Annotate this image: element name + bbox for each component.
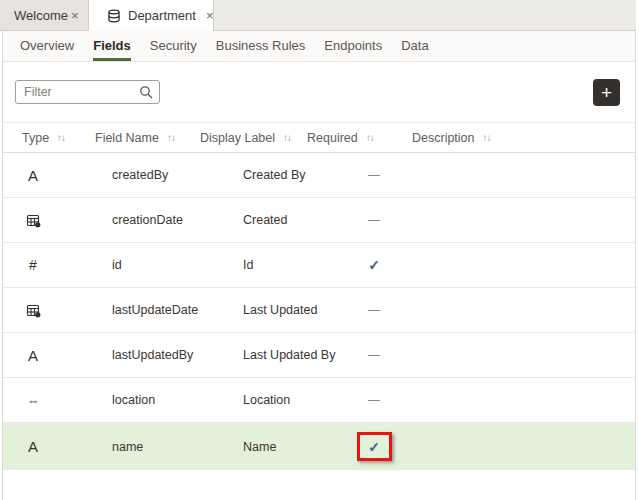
field-name-cell: name: [112, 423, 143, 470]
table-row-creationDate[interactable]: creationDate Created —: [3, 198, 635, 243]
number-field-type-icon: #: [29, 257, 37, 273]
display-label-cell: Created By: [243, 153, 306, 197]
window-tab-bar: Welcome × Department ×: [0, 0, 636, 31]
table-row-createdBy[interactable]: A createdBy Created By —: [3, 153, 635, 198]
database-icon: [107, 9, 121, 23]
not-required-dash: —: [368, 213, 380, 227]
tab-endpoints[interactable]: Endpoints: [324, 31, 382, 61]
tab-welcome-label: Welcome: [14, 8, 68, 23]
tab-data[interactable]: Data: [401, 31, 428, 61]
display-label-cell: Last Updated: [243, 288, 317, 332]
add-field-button[interactable]: +: [593, 79, 620, 106]
subtab-bar: Overview Fields Security Business Rules …: [3, 31, 635, 62]
display-label-cell: Name: [243, 423, 276, 470]
red-annotation-box: ✓: [357, 432, 392, 461]
app-window: Welcome × Department × Overview Fields S…: [0, 0, 639, 500]
field-name-cell: lastUpdateDate: [112, 288, 198, 332]
sort-icon[interactable]: ↑↓: [366, 132, 374, 143]
tab-department[interactable]: Department ×: [88, 0, 214, 31]
table-body: A createdBy Created By — creationDate Cr…: [3, 153, 635, 470]
column-header-required[interactable]: Required ↑↓: [307, 123, 374, 152]
sort-icon[interactable]: ↑↓: [57, 132, 65, 143]
display-label-cell: Location: [243, 378, 290, 422]
text-field-type-icon: A: [28, 347, 38, 364]
required-check-icon: ✓: [368, 439, 380, 455]
field-name-cell: id: [112, 243, 122, 287]
column-header-display-label[interactable]: Display Label ↑↓: [200, 123, 291, 152]
reference-field-type-icon: ⇔: [27, 393, 40, 408]
table-row-name-highlighted[interactable]: A name Name ✓: [3, 423, 635, 470]
column-header-field-name[interactable]: Field Name ↑↓: [95, 123, 175, 152]
tab-welcome[interactable]: Welcome ×: [0, 0, 88, 31]
tab-overview[interactable]: Overview: [20, 31, 74, 61]
tab-security[interactable]: Security: [150, 31, 197, 61]
sort-icon[interactable]: ↑↓: [483, 132, 491, 143]
not-required-dash: —: [368, 303, 380, 317]
display-label-cell: Id: [243, 243, 253, 287]
column-header-description[interactable]: Description ↑↓: [412, 123, 491, 152]
field-name-cell: lastUpdatedBy: [112, 333, 193, 377]
required-check-icon: ✓: [368, 257, 380, 273]
text-field-type-icon: A: [28, 438, 38, 455]
search-icon[interactable]: [139, 85, 153, 99]
tab-department-label: Department: [128, 8, 196, 23]
tab-fields[interactable]: Fields: [93, 31, 131, 61]
sort-icon[interactable]: ↑↓: [167, 132, 175, 143]
text-field-type-icon: A: [28, 167, 38, 184]
close-icon[interactable]: ×: [68, 7, 82, 24]
display-label-cell: Created: [243, 198, 287, 242]
table-row-lastUpdateDate[interactable]: lastUpdateDate Last Updated —: [3, 288, 635, 333]
field-name-cell: creationDate: [112, 198, 183, 242]
display-label-cell: Last Updated By: [243, 333, 335, 377]
table-row-location[interactable]: ⇔ location Location —: [3, 378, 635, 423]
table-header: Type ↑↓ Field Name ↑↓ Display Label ↑↓ R…: [3, 122, 635, 153]
not-required-dash: —: [368, 168, 380, 182]
tab-bar-filler: [214, 0, 636, 31]
datetime-field-type-icon: [26, 303, 41, 318]
not-required-dash: —: [368, 393, 380, 407]
datetime-field-type-icon: [26, 213, 41, 228]
field-name-cell: createdBy: [112, 153, 168, 197]
table-row-lastUpdatedBy[interactable]: A lastUpdatedBy Last Updated By —: [3, 333, 635, 378]
field-name-cell: location: [112, 378, 155, 422]
sort-icon[interactable]: ↑↓: [283, 132, 291, 143]
not-required-dash: —: [368, 348, 380, 362]
tab-business-rules[interactable]: Business Rules: [216, 31, 306, 61]
filter-field-wrap: [15, 80, 160, 104]
column-header-type[interactable]: Type ↑↓: [22, 123, 65, 152]
table-row-id[interactable]: # id Id ✓: [3, 243, 635, 288]
